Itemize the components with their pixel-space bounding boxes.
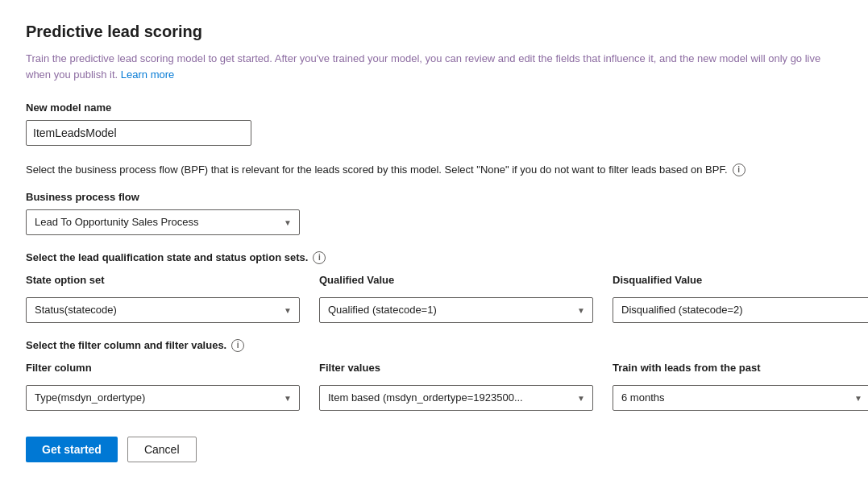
train-select-wrapper: 6 months 3 months 12 months ▼ — [613, 385, 868, 411]
filter-values-field: Filter values Item based (msdyn_ordertyp… — [319, 362, 593, 411]
model-name-input[interactable] — [26, 120, 251, 146]
qualification-fields: State option set Status(statecode) ▼ Qua… — [26, 274, 842, 323]
bpf-field-group: Business process flow Lead To Opportunit… — [26, 191, 842, 235]
model-name-section: New model name — [26, 101, 842, 146]
filter-column-select[interactable]: Type(msdyn_ordertype) — [26, 385, 300, 411]
disqualified-label: Disqualified Value — [613, 274, 868, 286]
disqualified-select-wrapper: Disqualified (statecode=2) ▼ — [613, 297, 868, 323]
bpf-instruction: Select the business process flow (BPF) t… — [26, 162, 842, 178]
train-label: Train with leads from the past — [613, 362, 868, 374]
filter-column-label: Filter column — [26, 362, 300, 374]
filter-values-label: Filter values — [319, 362, 593, 374]
state-option-label: State option set — [26, 274, 300, 286]
state-option-select[interactable]: Status(statecode) — [26, 297, 300, 323]
qualification-instruction: Select the lead qualification state and … — [26, 251, 842, 264]
state-option-field: State option set Status(statecode) ▼ — [26, 274, 300, 323]
bpf-info-icon: i — [733, 164, 745, 176]
filter-column-field: Filter column Type(msdyn_ordertype) ▼ — [26, 362, 300, 411]
train-select[interactable]: 6 months 3 months 12 months — [613, 385, 868, 411]
filter-instruction-text: Select the filter column and filter valu… — [26, 339, 226, 351]
filter-column-select-wrapper: Type(msdyn_ordertype) ▼ — [26, 385, 300, 411]
train-field: Train with leads from the past 6 months … — [613, 362, 868, 411]
bpf-instruction-text: Select the business process flow (BPF) t… — [26, 162, 728, 178]
bpf-select-wrapper: Lead To Opportunity Sales Process None ▼ — [26, 209, 300, 235]
get-started-button[interactable]: Get started — [26, 437, 118, 462]
qualified-value-field: Qualified Value Qualified (statecode=1) … — [319, 274, 593, 323]
cancel-button[interactable]: Cancel — [127, 437, 197, 462]
learn-more-link[interactable]: Learn more — [121, 68, 174, 81]
qualification-instruction-text: Select the lead qualification state and … — [26, 251, 308, 263]
qualification-info-icon: i — [313, 251, 326, 264]
filter-values-select[interactable]: Item based (msdyn_ordertype=1923500... — [319, 385, 593, 411]
filter-info-icon: i — [231, 339, 244, 352]
state-select-wrapper: Status(statecode) ▼ — [26, 297, 300, 323]
filter-instruction: Select the filter column and filter valu… — [26, 339, 842, 352]
page-title: Predictive lead scoring — [26, 23, 842, 41]
disqualified-select[interactable]: Disqualified (statecode=2) — [613, 297, 868, 323]
bpf-label: Business process flow — [26, 191, 842, 203]
filter-fields: Filter column Type(msdyn_ordertype) ▼ Fi… — [26, 362, 842, 411]
qualified-select-wrapper: Qualified (statecode=1) ▼ — [319, 297, 593, 323]
qualified-label: Qualified Value — [319, 274, 593, 286]
qualified-select[interactable]: Qualified (statecode=1) — [319, 297, 593, 323]
filter-values-select-wrapper: Item based (msdyn_ordertype=1923500... ▼ — [319, 385, 593, 411]
button-row: Get started Cancel — [26, 437, 842, 462]
page-container: Predictive lead scoring Train the predic… — [0, 0, 868, 501]
description-text: Train the predictive lead scoring model … — [26, 51, 842, 82]
disqualified-value-field: Disqualified Value Disqualified (stateco… — [613, 274, 868, 323]
bpf-select[interactable]: Lead To Opportunity Sales Process None — [26, 209, 300, 235]
model-name-label: New model name — [26, 101, 842, 114]
